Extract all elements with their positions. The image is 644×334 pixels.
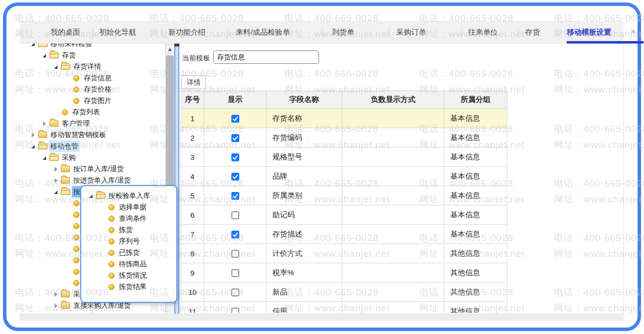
tab-bar: 我的桌面 初始化导航 新功能介绍 来料/成品检验单 到货单 采购订单 往来单位 … bbox=[20, 21, 624, 44]
tab-separator bbox=[322, 28, 322, 37]
folder-open-icon bbox=[96, 192, 105, 199]
show-checkbox[interactable] bbox=[231, 250, 239, 258]
tab-inspection-doc[interactable]: 来料/成品检验单 bbox=[236, 21, 290, 44]
popup-tree-item[interactable]: 拣货结果 bbox=[81, 281, 176, 292]
leaf-bullet-icon bbox=[73, 223, 79, 229]
expand-arrow-icon[interactable] bbox=[30, 44, 37, 48]
tab-separator bbox=[558, 28, 558, 37]
collapse-arrow-icon[interactable] bbox=[53, 291, 60, 298]
tree-item[interactable]: 存货列表 bbox=[20, 106, 165, 118]
collapse-arrow-icon[interactable] bbox=[53, 166, 60, 173]
folder-icon bbox=[61, 177, 70, 184]
show-checkbox[interactable] bbox=[231, 269, 239, 277]
popup-tree-item[interactable]: 待拣商品 bbox=[81, 258, 176, 270]
table-row[interactable]: 5 所属类别 基本信息 bbox=[181, 186, 507, 205]
leaf-bullet-icon bbox=[108, 227, 114, 233]
expand-arrow-icon[interactable] bbox=[30, 143, 37, 150]
popup-tree-item[interactable]: 序列号 bbox=[81, 236, 176, 247]
leaf-bullet-icon bbox=[73, 280, 79, 286]
tree-item[interactable]: 存货 bbox=[20, 49, 165, 61]
scrollbar-up-arrow-icon[interactable] bbox=[165, 45, 174, 53]
show-checkbox[interactable] bbox=[231, 308, 239, 313]
col-header-group: 所属分组 bbox=[444, 91, 507, 109]
tab-mobile-template-settings[interactable]: 移动模板设置 bbox=[567, 21, 611, 44]
splitter-handle[interactable] bbox=[174, 44, 179, 47]
expand-arrow-icon[interactable] bbox=[53, 63, 60, 70]
tree-item[interactable]: 存货详情 bbox=[20, 61, 165, 72]
folder-open-icon bbox=[38, 143, 47, 149]
tab-new-features[interactable]: 新功能介绍 bbox=[168, 21, 206, 44]
tree-item[interactable]: 按订单入库/退货 bbox=[20, 163, 165, 175]
table-row[interactable]: 7 存货描述 基本信息 bbox=[181, 225, 507, 244]
detail-tab[interactable]: 详情 bbox=[181, 75, 206, 89]
show-checkbox[interactable] bbox=[231, 134, 239, 142]
tree-item[interactable]: 采购 bbox=[20, 152, 165, 163]
show-checkbox[interactable] bbox=[231, 115, 239, 123]
popup-tree-item[interactable]: 拣货情况 bbox=[81, 270, 176, 281]
folder-icon bbox=[50, 120, 58, 127]
show-checkbox[interactable] bbox=[231, 173, 239, 181]
show-checkbox[interactable] bbox=[231, 288, 239, 296]
tree-item[interactable]: 存货信息 bbox=[20, 72, 165, 84]
tab-purchase-order[interactable]: 采购订单 bbox=[396, 21, 426, 44]
tree-item-selected[interactable]: 移动仓管 bbox=[20, 141, 165, 152]
tree-item[interactable]: 客户管理 bbox=[20, 118, 165, 129]
tab-separator bbox=[162, 28, 162, 37]
app-window: 我的桌面 初始化导航 新功能介绍 来料/成品检验单 到货单 采购订单 往来单位 … bbox=[0, 0, 644, 334]
table-row[interactable]: 10 新品 其他信息 bbox=[181, 283, 507, 302]
expand-arrow-icon[interactable] bbox=[88, 192, 95, 199]
popup-tree-item[interactable]: 选择单据 bbox=[81, 201, 176, 213]
horizontal-scrollbar-track[interactable] bbox=[20, 314, 624, 321]
tab-separator bbox=[389, 28, 390, 37]
leaf-bullet-icon bbox=[73, 87, 79, 93]
table-row[interactable]: 1 存货名称 基本信息 bbox=[181, 109, 507, 128]
popup-tree-item[interactable]: 按检验单入库 bbox=[81, 190, 176, 201]
leaf-bullet-icon bbox=[108, 284, 114, 290]
collapse-arrow-icon[interactable] bbox=[53, 302, 60, 309]
fields-table: 序号 显示 字段名称 负数显示方式 所属分组 1 存货名称 基本信息 2 bbox=[181, 91, 507, 313]
expand-arrow-icon[interactable] bbox=[53, 189, 60, 195]
table-row[interactable]: 9 税率% 其他信息 bbox=[181, 263, 507, 283]
tree-popup-overlay: 按检验单入库 选择单据 查询条件 拣货 序列号 已拣货 待拣商品 拣货情况 拣货… bbox=[80, 185, 177, 303]
table-row[interactable]: 8 计价方式 其他信息 bbox=[181, 244, 507, 263]
tree-item[interactable]: 按进货单入库/退货 bbox=[20, 175, 165, 186]
table-row[interactable]: 4 品牌 基本信息 bbox=[181, 167, 507, 186]
collapse-arrow-icon[interactable] bbox=[53, 177, 60, 184]
leaf-bullet-icon bbox=[73, 212, 79, 218]
table-row[interactable]: 2 存货编码 基本信息 bbox=[181, 128, 507, 147]
show-checkbox[interactable] bbox=[231, 192, 239, 200]
show-checkbox[interactable] bbox=[231, 211, 239, 219]
tab-separator bbox=[228, 28, 229, 37]
tree-item[interactable]: 存货价格 bbox=[20, 84, 165, 95]
tab-partners[interactable]: 往来单位 bbox=[468, 21, 498, 44]
popup-tree-item[interactable]: 查询条件 bbox=[81, 213, 176, 224]
folder-icon bbox=[61, 302, 70, 309]
collapse-arrow-icon[interactable] bbox=[42, 120, 49, 127]
leaf-bullet-icon bbox=[73, 98, 79, 104]
tab-arrival-doc[interactable]: 到货单 bbox=[332, 21, 354, 44]
folder-icon bbox=[61, 166, 70, 172]
tree-item[interactable]: 移动来料检验 bbox=[20, 44, 165, 49]
tab-inventory[interactable]: 存货 bbox=[525, 21, 540, 44]
tab-init-nav[interactable]: 初始化导航 bbox=[99, 21, 136, 44]
popup-tree-item[interactable]: 拣货 bbox=[81, 224, 176, 236]
table-row[interactable]: 3 规格型号 基本信息 bbox=[181, 147, 507, 167]
leaf-bullet-icon bbox=[73, 200, 79, 206]
tab-my-desktop[interactable]: 我的桌面 bbox=[51, 21, 80, 44]
tree-item[interactable]: 移动智慧营销模板 bbox=[20, 129, 165, 141]
expand-arrow-icon[interactable] bbox=[42, 52, 49, 59]
leaf-bullet-icon bbox=[108, 261, 114, 267]
leaf-bullet-icon bbox=[108, 204, 114, 210]
expand-arrow-icon[interactable] bbox=[42, 154, 49, 161]
tree-item[interactable]: 存货图片 bbox=[20, 95, 165, 106]
table-row[interactable]: 6 助记码 基本信息 bbox=[181, 205, 507, 225]
table-row[interactable]: 11 信用 其他信息 bbox=[181, 302, 507, 313]
current-template-input[interactable] bbox=[213, 50, 319, 64]
close-tab-icon[interactable]: × bbox=[627, 21, 639, 44]
tab-separator bbox=[518, 28, 519, 37]
folder-open-icon bbox=[50, 52, 58, 58]
show-checkbox[interactable] bbox=[231, 231, 239, 239]
show-checkbox[interactable] bbox=[231, 153, 239, 161]
popup-tree-item[interactable]: 已拣货 bbox=[81, 247, 176, 258]
collapse-arrow-icon[interactable] bbox=[30, 132, 37, 139]
